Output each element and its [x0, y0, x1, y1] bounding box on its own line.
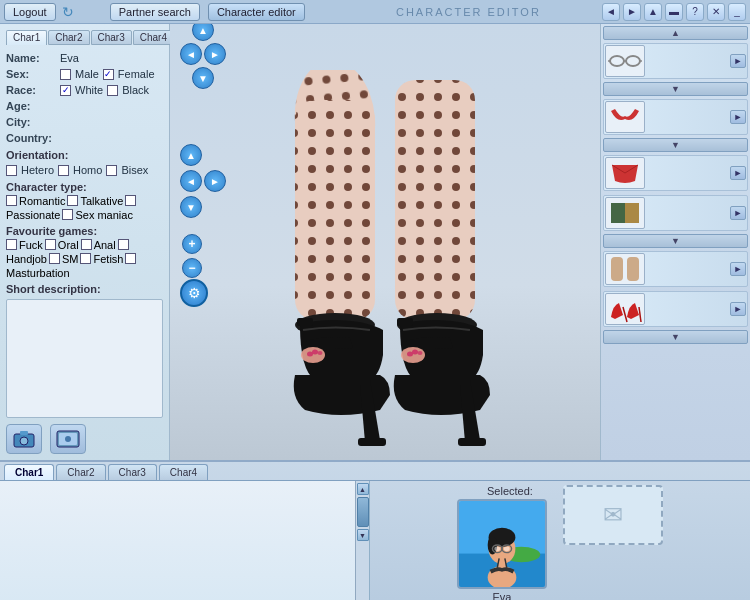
handjob-checkbox[interactable]: [118, 239, 129, 250]
item-stockings[interactable]: ►: [603, 251, 748, 287]
city-row: City:: [6, 116, 163, 128]
scroll-mid2-button[interactable]: ▼: [603, 138, 748, 152]
arrow-left-icon[interactable]: ◄: [602, 3, 620, 21]
monitor-icon[interactable]: ▬: [665, 3, 683, 21]
svg-rect-32: [611, 203, 625, 223]
bisex-checkbox[interactable]: [106, 165, 117, 176]
item-panties[interactable]: ►: [603, 155, 748, 191]
nav-left-button[interactable]: ◄: [180, 43, 202, 65]
nav2-up-button[interactable]: ▲: [180, 144, 202, 166]
white-checkbox[interactable]: [60, 85, 71, 96]
short-desc-box[interactable]: [6, 299, 163, 418]
masturbation-checkbox[interactable]: [125, 253, 136, 264]
svg-rect-9: [295, 100, 375, 320]
svg-point-16: [312, 350, 318, 355]
scroll-mid3-button[interactable]: ▼: [603, 234, 748, 248]
sm-checkbox[interactable]: [49, 253, 60, 264]
scroll-mid1-button[interactable]: ▼: [603, 82, 748, 96]
top-arrow[interactable]: ►: [730, 206, 746, 220]
right-panel: ▲ ► ▼ ► ▼ ►: [600, 24, 750, 460]
homo-checkbox[interactable]: [58, 165, 69, 176]
char-tab-3[interactable]: Char3: [91, 30, 132, 45]
bra-arrow[interactable]: ►: [730, 110, 746, 124]
heels-thumb: [605, 293, 645, 325]
scrollbar-thumb[interactable]: [357, 497, 369, 527]
char-tab-2[interactable]: Char2: [48, 30, 89, 45]
svg-rect-12: [358, 438, 386, 446]
nav2-down-button[interactable]: ▼: [180, 196, 202, 218]
char-editor-button[interactable]: Character editor: [208, 3, 305, 21]
arrow-right-icon[interactable]: ►: [623, 3, 641, 21]
svg-point-14: [301, 347, 325, 363]
passionate-checkbox[interactable]: [125, 195, 136, 206]
partner-search-button[interactable]: Partner search: [110, 3, 200, 21]
nav-up-button[interactable]: ▲: [192, 24, 214, 41]
fetish-checkbox[interactable]: [80, 253, 91, 264]
photo-icon[interactable]: [50, 424, 86, 454]
scroll-up-button[interactable]: ▲: [603, 26, 748, 40]
help-icon[interactable]: ?: [686, 3, 704, 21]
svg-point-21: [401, 347, 425, 363]
scroll-down-button[interactable]: ▼: [603, 330, 748, 344]
talkative-label: Talkative: [80, 195, 123, 207]
scrollbar-down[interactable]: ▼: [357, 529, 369, 541]
char-tab-4[interactable]: Char4: [133, 30, 174, 45]
char-tab-1[interactable]: Char1: [6, 30, 47, 45]
logout-button[interactable]: Logout: [4, 3, 56, 21]
item-top[interactable]: ►: [603, 195, 748, 231]
nav-arrows: ▲ ◄ ► ▼: [180, 24, 226, 89]
bottom-tab-3[interactable]: Char3: [108, 464, 157, 480]
female-checkbox[interactable]: [103, 69, 114, 80]
city-label: City:: [6, 116, 56, 128]
fuck-checkbox[interactable]: [6, 239, 17, 250]
male-checkbox[interactable]: [60, 69, 71, 80]
nav-down-button[interactable]: ▼: [192, 67, 214, 89]
item-glasses[interactable]: ►: [603, 43, 748, 79]
sex-options: Male Female: [60, 68, 155, 80]
talkative-checkbox[interactable]: [67, 195, 78, 206]
gear-button[interactable]: ⚙: [180, 279, 208, 307]
glasses-thumb: [605, 45, 645, 77]
bottom-tab-2[interactable]: Char2: [56, 464, 105, 480]
zoom-in-button[interactable]: +: [182, 234, 202, 254]
arrow-up-icon[interactable]: ▲: [644, 3, 662, 21]
nav-right-button[interactable]: ►: [204, 43, 226, 65]
heels-arrow[interactable]: ►: [730, 302, 746, 316]
sex-maniac-checkbox[interactable]: [62, 209, 73, 220]
minimize-icon[interactable]: _: [728, 3, 746, 21]
zoom-out-button[interactable]: −: [182, 258, 202, 278]
stockings-arrow[interactable]: ►: [730, 262, 746, 276]
top-bar: Logout ↻ Partner search Character editor…: [0, 0, 750, 24]
sex-maniac-label: Sex maniac: [75, 209, 132, 221]
anal-checkbox[interactable]: [81, 239, 92, 250]
camera-icon[interactable]: [6, 424, 42, 454]
hetero-checkbox[interactable]: [6, 165, 17, 176]
romantic-checkbox[interactable]: [6, 195, 17, 206]
action-icons: [6, 424, 163, 454]
race-label: Race:: [6, 84, 56, 96]
bottom-tab-1[interactable]: Char1: [4, 464, 54, 480]
race-row: Race: White Black: [6, 84, 163, 96]
black-checkbox[interactable]: [107, 85, 118, 96]
svg-point-50: [504, 546, 510, 551]
settings-icon[interactable]: ⚙: [180, 279, 208, 307]
panties-arrow[interactable]: ►: [730, 166, 746, 180]
male-label: Male: [75, 68, 99, 80]
nav2-right-button[interactable]: ►: [204, 170, 226, 192]
item-heels[interactable]: ►: [603, 291, 748, 327]
bottom-scroll-area: ▲ ▼: [0, 481, 369, 600]
close-icon[interactable]: ✕: [707, 3, 725, 21]
masturbation-label: Masturbation: [6, 267, 70, 279]
avatar-name: Eva: [493, 591, 512, 600]
glasses-arrow[interactable]: ►: [730, 54, 746, 68]
orientation-label: Orientation:: [6, 149, 163, 161]
nav2-left-button[interactable]: ◄: [180, 170, 202, 192]
selected-label: Selected:: [487, 485, 533, 497]
bottom-tab-4[interactable]: Char4: [159, 464, 208, 480]
name-value: Eva: [60, 52, 79, 64]
scrollbar-up[interactable]: ▲: [357, 483, 369, 495]
handjob-label: Handjob: [6, 253, 47, 265]
oral-checkbox[interactable]: [45, 239, 56, 250]
short-desc-label: Short description:: [6, 283, 163, 295]
item-bra[interactable]: ►: [603, 99, 748, 135]
